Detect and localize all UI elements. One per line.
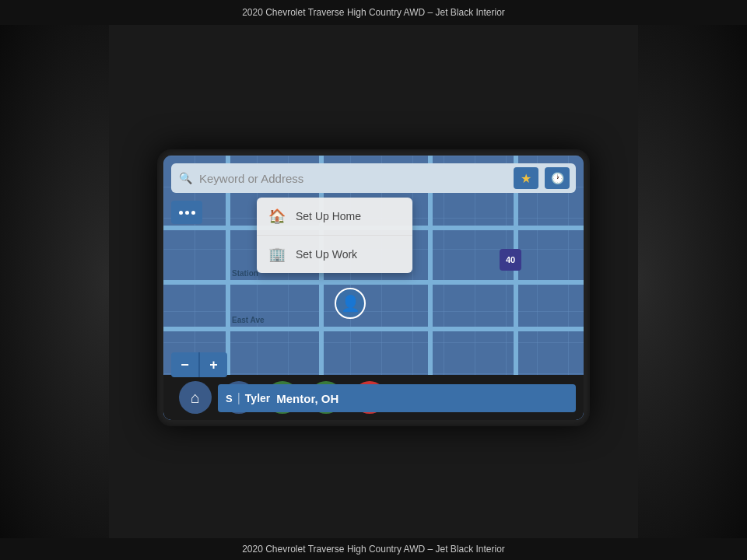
east-ave-label: East Ave [232, 316, 265, 324]
zoom-out-button[interactable]: − [171, 352, 198, 377]
infotainment-screen: Maple St Station East Ave 40 👤 🔍 Keyword… [163, 156, 584, 420]
bottom-page-title: 2020 Chevrolet Traverse High Country AWD… [242, 544, 505, 555]
home-nav-button[interactable]: ⌂ [179, 381, 212, 414]
search-bar[interactable]: 🔍 Keyword or Address ★ 🕐 [171, 163, 576, 193]
dropdown-menu: 🏠 Set Up Home 🏢 Set Up Work [257, 198, 412, 273]
search-icon: 🔍 [177, 170, 193, 186]
city-label: Mentor, OH [276, 392, 338, 405]
favorites-button[interactable]: ★ [514, 167, 538, 189]
screen-bezel: Maple St Station East Ave 40 👤 🔍 Keyword… [157, 149, 590, 426]
home-icon: 🏠 [268, 207, 286, 226]
dot-3 [191, 211, 195, 215]
home-nav-icon: ⌂ [191, 389, 200, 407]
menu-dots-button[interactable] [171, 201, 202, 224]
status-divider: | [237, 391, 240, 405]
set-up-home-item[interactable]: 🏠 Set Up Home [257, 198, 412, 236]
dot-2 [185, 211, 189, 215]
infotainment-screen-container: Maple St Station East Ave 40 👤 🔍 Keyword… [157, 149, 590, 426]
highway-shield: 40 [500, 249, 521, 271]
dot-1 [179, 211, 183, 215]
user-location-avatar: 👤 [335, 288, 366, 319]
page-title: 2020 Chevrolet Traverse High Country AWD… [242, 7, 505, 18]
station-label: Station [232, 269, 258, 278]
clock-icon: 🕐 [551, 172, 564, 184]
star-icon: ★ [521, 171, 531, 186]
user-avatar-icon: 👤 [341, 294, 360, 313]
recents-button[interactable]: 🕐 [545, 167, 570, 189]
interior-left [0, 25, 109, 538]
set-up-work-label: Set Up Work [296, 248, 357, 261]
set-up-home-label: Set Up Home [296, 210, 361, 222]
search-input[interactable]: Keyword or Address [199, 172, 507, 185]
top-title-bar: 2020 Chevrolet Traverse High Country AWD… [0, 0, 747, 25]
zoom-in-button[interactable]: + [200, 352, 227, 377]
set-up-work-item[interactable]: 🏢 Set Up Work [257, 236, 412, 273]
zoom-controls: − + [171, 352, 227, 377]
work-icon: 🏢 [268, 245, 286, 264]
route-label: Tyler [245, 392, 270, 404]
status-bar: S | Tyler Mentor, OH [218, 384, 576, 412]
bottom-title-bar: 2020 Chevrolet Traverse High Country AWD… [0, 538, 747, 560]
interior-right [638, 25, 747, 538]
speed-label: S [226, 393, 233, 404]
